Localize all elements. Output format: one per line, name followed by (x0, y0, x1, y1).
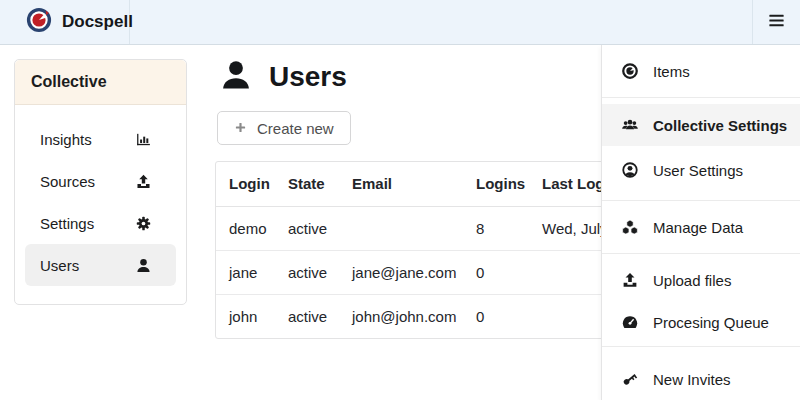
sidebar-item-sources[interactable]: Sources (25, 160, 176, 202)
cell-state: active (275, 294, 339, 338)
menu-item-label: Upload files (653, 272, 731, 289)
menu-item-new-invites[interactable]: New Invites (602, 355, 800, 400)
sidebar-item-settings[interactable]: Settings (25, 202, 176, 244)
page-title-text: Users (269, 61, 347, 93)
menu-item-label: New Invites (653, 371, 731, 388)
menu-item-collective-settings[interactable]: Collective Settings (602, 104, 800, 146)
sidebar-item-label: Users (40, 257, 79, 274)
docspell-logo-icon (26, 7, 52, 37)
brand-title: Docspell (62, 12, 133, 32)
cell-email: jane@jane.com (339, 250, 463, 294)
menu-group: Items (602, 45, 800, 97)
col-login: Login (216, 162, 275, 206)
sidebar-header: Collective (15, 60, 186, 105)
chart-bar-icon (135, 131, 152, 148)
sidebar-list: Insights Sources (15, 105, 186, 304)
menu-item-items[interactable]: Items (602, 45, 800, 97)
key-icon (619, 370, 641, 388)
menu-item-label: Items (653, 63, 690, 80)
col-state: State (275, 162, 339, 206)
brand-home-link[interactable]: Docspell (0, 0, 130, 44)
cell-login: demo (216, 206, 275, 250)
menu-item-label: Collective Settings (653, 117, 787, 134)
users-group-icon (619, 116, 641, 134)
cell-state: active (275, 206, 339, 250)
menu-group: Manage Data (602, 200, 800, 253)
cell-login: jane (216, 250, 275, 294)
sidebar-item-users[interactable]: Users (25, 244, 176, 286)
user-icon (135, 257, 152, 274)
create-new-label: Create new (257, 120, 334, 137)
page-title: Users (218, 57, 347, 97)
menu-item-processing-queue[interactable]: Procesing Queue (602, 302, 800, 342)
top-bar: Docspell (0, 0, 800, 45)
hamburger-icon (767, 11, 786, 34)
menu-group: Upload files Procesing Queue (602, 253, 800, 346)
docspell-logo-icon (619, 62, 641, 80)
cell-logins: 0 (463, 294, 529, 338)
sidebar-item-insights[interactable]: Insights (25, 118, 176, 160)
col-email: Email (339, 162, 463, 206)
menu-item-manage-data[interactable]: Manage Data (602, 203, 800, 251)
hamburger-menu-button[interactable] (752, 0, 800, 44)
gear-icon (135, 215, 152, 232)
menu-item-upload-files[interactable]: Upload files (602, 258, 800, 302)
cell-logins: 8 (463, 206, 529, 250)
upload-icon (135, 173, 152, 190)
plus-icon (234, 120, 247, 137)
cell-login: john (216, 294, 275, 338)
menu-item-label: User Settings (653, 162, 743, 179)
tachometer-icon (619, 313, 641, 331)
cell-logins: 0 (463, 250, 529, 294)
menu-item-label: Procesing Queue (653, 314, 769, 331)
collective-menu-card: Collective Insights Sources (14, 59, 187, 305)
menu-item-user-settings[interactable]: User Settings (602, 146, 800, 194)
docspell-app: Docspell Collective Insights (0, 0, 800, 400)
sidebar-item-label: Settings (40, 215, 94, 232)
user-circle-icon (619, 161, 641, 179)
upload-icon (619, 271, 641, 289)
cell-state: active (275, 250, 339, 294)
create-new-button[interactable]: Create new (217, 111, 351, 145)
app-dropdown-menu: Items Collective Settings (601, 45, 800, 400)
cell-email: john@john.com (339, 294, 463, 338)
sidebar-item-label: Insights (40, 131, 92, 148)
col-logins: Logins (463, 162, 529, 206)
menu-item-label: Manage Data (653, 219, 743, 236)
cubes-icon (619, 218, 641, 236)
cell-email (339, 206, 463, 250)
menu-group: New Invites (602, 346, 800, 400)
menu-group: Collective Settings User Settings (602, 97, 800, 200)
sidebar-item-label: Sources (40, 173, 95, 190)
user-icon (218, 57, 254, 97)
